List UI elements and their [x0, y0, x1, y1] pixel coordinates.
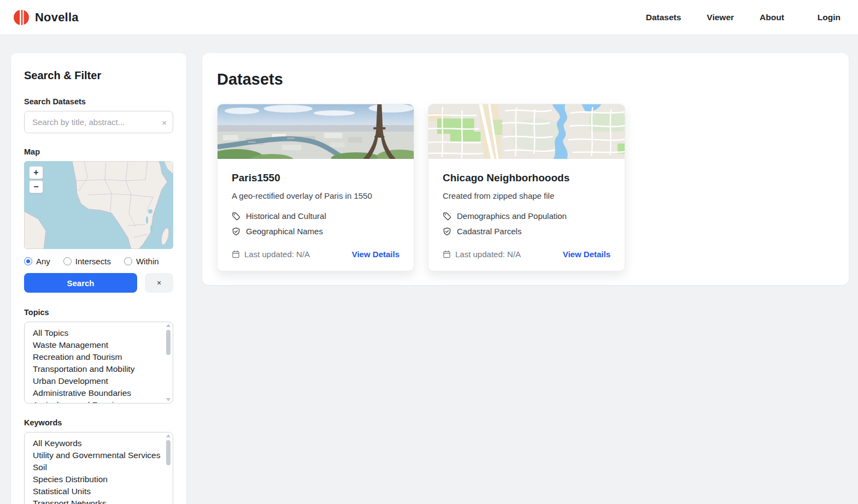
scrollbar-thumb[interactable] [166, 440, 171, 465]
calendar-icon [443, 250, 451, 258]
nav-item-viewer[interactable]: Viewer [707, 13, 734, 22]
spatial-option-intersects[interactable]: Intersects [63, 257, 111, 266]
topics-list: All TopicsWaste ManagementRecreation and… [25, 322, 173, 403]
radio-icon [124, 257, 132, 265]
radio-label: Within [136, 257, 159, 266]
zoom-in-button[interactable]: + [29, 166, 43, 179]
nav-item-datasets[interactable]: Datasets [646, 13, 681, 22]
keywords-listbox[interactable]: All KeywordsUtility and Governmental Ser… [24, 432, 173, 504]
chicago-thumbnail-image [428, 104, 625, 159]
dataset-card-chicago-neighborhoods[interactable]: Chicago Neighborhooods Created from zipp… [428, 104, 625, 271]
list-option[interactable]: Transportation and Mobility [33, 363, 160, 375]
map-zoom-controls: + − [29, 166, 43, 193]
shield-check-icon [232, 227, 240, 236]
list-option[interactable]: All Topics [33, 327, 160, 339]
paris-thumbnail-image [218, 104, 414, 159]
nav-item-about[interactable]: About [760, 13, 784, 22]
radio-icon [24, 257, 32, 265]
radio-label: Any [36, 257, 50, 266]
list-option[interactable]: Statistical Units [33, 485, 160, 497]
scroll-down-icon[interactable] [166, 398, 171, 401]
nav-item-login[interactable]: Login [818, 13, 841, 22]
calendar-icon [232, 250, 240, 258]
datasets-panel: Datasets [202, 53, 849, 285]
topics-label: Topics [24, 308, 173, 317]
tag-icon [232, 212, 240, 221]
dataset-card-paris1550[interactable]: Paris1550 A geo-rectified overlay of Par… [217, 104, 414, 271]
scroll-up-icon[interactable] [166, 324, 171, 327]
topics-listbox[interactable]: All TopicsWaste ManagementRecreation and… [24, 322, 173, 404]
search-filter-sidebar: Search & Filter Search Datasets × Map [11, 53, 186, 504]
search-datasets-label: Search Datasets [24, 97, 173, 106]
spatial-option-within[interactable]: Within [124, 257, 159, 266]
topics-scrollbar[interactable] [164, 323, 172, 402]
card-title: Paris1550 [232, 172, 399, 184]
list-option[interactable]: Urban Development [33, 375, 160, 387]
novella-logo-icon [13, 9, 30, 26]
brand[interactable]: Novella [13, 9, 79, 26]
keywords-label: Keywords [24, 418, 173, 427]
card-title: Chicago Neighborhooods [443, 172, 610, 184]
radio-icon [63, 257, 72, 265]
card-keyword: Geographical Names [246, 227, 323, 236]
keywords-scrollbar[interactable] [164, 434, 172, 504]
clear-search-icon[interactable]: × [162, 118, 167, 126]
map-widget[interactable]: + − [24, 161, 173, 249]
list-option[interactable]: Agriculture and Farming [33, 399, 160, 403]
top-navbar: Novella Datasets Viewer About Login [0, 0, 858, 35]
last-updated-text: Last updated: N/A [244, 250, 310, 259]
list-option[interactable]: Administrative Boundaries [33, 387, 160, 399]
list-option[interactable]: Recreation and Tourism [33, 351, 160, 363]
list-option[interactable]: All Keywords [33, 437, 160, 449]
keywords-list: All KeywordsUtility and Governmental Ser… [25, 432, 173, 504]
list-option[interactable]: Soil [33, 461, 160, 473]
map-label: Map [24, 147, 173, 156]
scrollbar-thumb[interactable] [166, 330, 171, 355]
view-details-link[interactable]: View Details [352, 250, 399, 259]
shield-check-icon [443, 227, 451, 236]
last-updated-text: Last updated: N/A [455, 250, 521, 259]
brand-name: Novella [35, 10, 79, 25]
sidebar-title: Search & Filter [24, 69, 173, 82]
card-description: A geo-rectified overlay of Paris in 1550 [232, 191, 399, 200]
nav-links: Datasets Viewer About Login [646, 13, 841, 22]
search-input[interactable] [24, 111, 173, 133]
clear-filters-button[interactable]: × [145, 273, 173, 293]
spatial-option-any[interactable]: Any [24, 257, 50, 266]
card-topic: Demographics and Population [457, 211, 567, 221]
list-option[interactable]: Utility and Governmental Services [33, 449, 160, 461]
list-option[interactable]: Waste Management [33, 339, 160, 351]
map-canvas [24, 161, 173, 249]
view-details-link[interactable]: View Details [563, 250, 610, 259]
scroll-up-icon[interactable] [166, 434, 171, 437]
card-keyword: Cadastral Parcels [457, 227, 521, 236]
card-description: Created from zipped shape file [443, 191, 610, 200]
zoom-out-button[interactable]: − [29, 180, 43, 193]
list-option[interactable]: Transport Networks [33, 497, 160, 504]
card-topic: Historical and Cultural [246, 211, 326, 221]
page-title: Datasets [217, 70, 834, 88]
tag-icon [443, 212, 451, 221]
search-button[interactable]: Search [24, 273, 137, 293]
list-option[interactable]: Species Distribution [33, 473, 160, 485]
spatial-filter-options: Any Intersects Within [24, 257, 173, 266]
radio-label: Intersects [75, 257, 111, 266]
